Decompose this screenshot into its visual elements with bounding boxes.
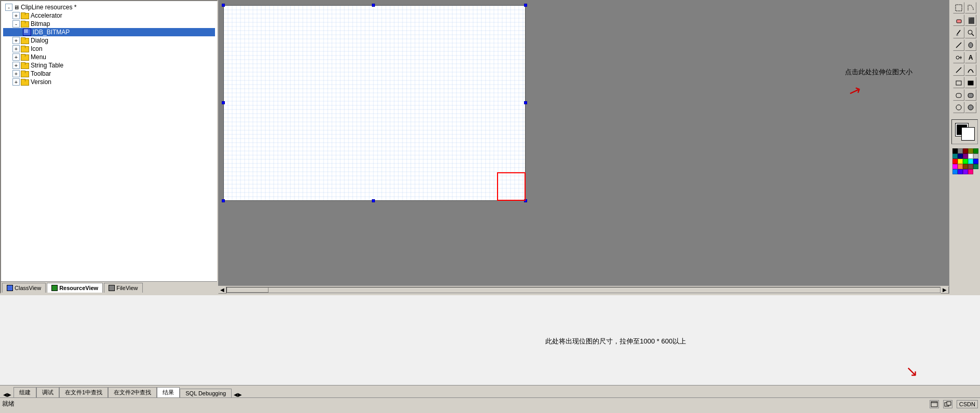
canvas-wrapper[interactable] [218,0,949,285]
string-table-label: String Table [31,62,63,69]
folder-bitmap-icon [21,21,29,27]
tool-round-rect-fill[interactable] [965,89,976,101]
tool-select-rect[interactable] [953,2,964,13]
color-cell[interactable] [973,154,978,159]
tree-item-string-table[interactable]: + String Table [3,61,215,70]
annotation-size-text: 此处将出现位图的尺寸，拉伸至1000 * 600以上 [545,337,686,346]
tree-item-toolbar[interactable]: + Toolbar [3,70,215,78]
tool-airbrush[interactable] [953,52,964,63]
select-free-icon [967,4,974,11]
text-tool-label: A [969,54,973,61]
expand-toolbar-icon[interactable]: + [12,70,20,77]
tree-item-menu[interactable]: + Menu [3,53,215,61]
tree-item-bitmap[interactable]: - Bitmap [3,20,215,28]
tree-item-dialog[interactable]: + Dialog [3,36,215,45]
color-cell[interactable] [968,164,973,169]
color-cell[interactable] [952,169,958,174]
status-resize-svg [944,401,951,407]
tool-ellipse-fill[interactable] [965,102,976,113]
tab-fileview[interactable]: FileView [104,283,142,293]
color-cell[interactable] [963,169,968,174]
handle-bm[interactable] [372,199,375,202]
handle-ml[interactable] [222,101,225,104]
color-cell[interactable] [958,148,963,154]
expand-string-icon[interactable]: + [12,62,20,69]
tool-pencil[interactable] [953,39,964,51]
tool-line[interactable] [953,64,964,76]
tree-item-idb-bitmap[interactable]: IDB_BITMAP [3,28,215,36]
scrollbar-track[interactable] [226,287,941,293]
color-cell[interactable] [968,169,973,174]
tool-brush[interactable] [965,39,976,51]
tool-eraser[interactable] [953,15,964,26]
expand-menu-icon[interactable]: + [12,53,20,61]
expand-icon-icon[interactable]: + [12,45,20,52]
color-cell[interactable] [973,164,978,169]
expand-accelerator-icon[interactable]: + [12,12,20,19]
expand-version-icon[interactable]: + [12,78,20,86]
tab-resourceview[interactable]: ResourceView [47,283,103,293]
tab-result[interactable]: 结果 [157,387,180,397]
color-cell[interactable] [973,159,978,164]
color-cell[interactable] [973,148,978,154]
color-cell[interactable] [968,154,973,159]
tool-text[interactable]: A [965,52,976,63]
tab-find1[interactable]: 在文件1中查找 [59,387,108,397]
tree-root[interactable]: - 🖥 ClipLine resources * [3,3,215,11]
scroll-left-btn[interactable]: ◀ [218,286,226,294]
color-cell[interactable] [963,154,968,159]
expand-bitmap-icon[interactable]: - [12,20,20,27]
h-scrollbar[interactable]: ◀ ▶ [218,285,949,294]
expand-root-icon[interactable]: - [5,4,12,11]
menu-label: Menu [31,53,46,61]
tab-classview[interactable]: ClassView [2,283,46,293]
svg-rect-4 [956,34,958,36]
color-cell[interactable] [963,164,968,169]
handle-tl[interactable] [222,4,225,7]
bitmap-file-icon [23,29,31,36]
color-cell[interactable] [958,169,963,174]
scrollbar-thumb[interactable] [227,287,269,293]
handle-bl[interactable] [222,199,225,202]
tool-rect-outline[interactable] [953,77,964,88]
color-cell[interactable] [952,148,958,154]
tool-eyedrop[interactable] [953,27,964,38]
tool-fill[interactable]: ⬛ [965,15,976,26]
tab-find2[interactable]: 在文件2中查找 [108,387,157,397]
handle-mr[interactable] [524,101,527,104]
tool-rect-fill[interactable] [965,77,976,88]
tab-debug-label: 调试 [42,389,53,395]
background-color[interactable] [962,128,974,140]
select-rect-icon [955,4,962,11]
color-cell[interactable] [952,164,958,169]
tab-sql[interactable]: SQL Debugging [180,389,232,397]
tool-round-rect-outline[interactable] [953,89,964,101]
tool-curve[interactable] [965,64,976,76]
color-cell[interactable] [968,159,973,164]
svg-rect-13 [956,81,961,85]
color-cell[interactable] [963,148,968,154]
tab-scroll-arrows[interactable]: ◀▶ [232,392,244,397]
color-cell[interactable] [963,159,968,164]
expand-dialog-icon[interactable]: + [12,37,20,44]
color-cell[interactable] [952,159,958,164]
folder-string-icon [21,62,29,69]
color-cell[interactable] [968,148,973,154]
classview-icon [7,285,13,291]
color-cell[interactable] [958,159,963,164]
tree-item-icon[interactable]: + Icon [3,45,215,53]
tab-debug[interactable]: 调试 [36,387,59,397]
tab-build[interactable]: 组建 [14,387,36,397]
tool-select-free[interactable] [965,2,976,13]
scroll-right-btn[interactable]: ▶ [941,286,949,294]
tree-item-version[interactable]: + Version [3,78,215,86]
color-cell[interactable] [958,154,963,159]
bitmap-canvas[interactable] [223,5,526,201]
tool-zoom[interactable] [965,27,976,38]
color-cell[interactable] [958,164,963,169]
tool-ellipse-outline[interactable] [953,102,964,113]
handle-tm[interactable] [372,4,375,7]
color-cell[interactable] [952,154,958,159]
tree-item-accelerator[interactable]: + Accelerator [3,11,215,20]
handle-tr[interactable] [524,4,527,7]
